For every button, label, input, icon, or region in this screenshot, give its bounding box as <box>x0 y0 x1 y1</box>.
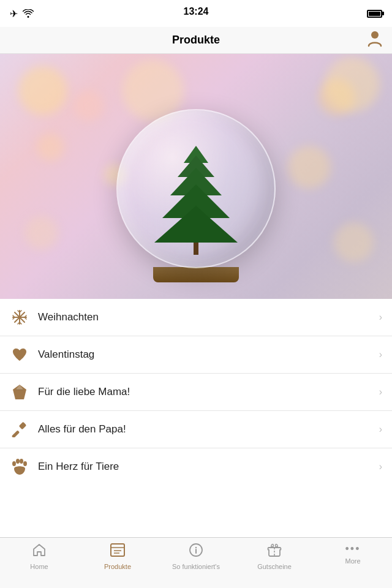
chevron-right-icon: › <box>379 461 382 472</box>
list-item[interactable]: Alles für den Papa! › <box>0 411 392 448</box>
svg-point-28 <box>195 547 197 548</box>
tab-info-label: So funktioniert's <box>172 563 220 570</box>
status-right <box>367 10 382 18</box>
home-icon <box>32 543 47 561</box>
tab-home-label: Home <box>30 563 48 570</box>
svg-point-20 <box>20 459 23 464</box>
svg-point-19 <box>16 459 20 464</box>
hero-image <box>0 54 392 299</box>
tab-info[interactable]: So funktioniert's <box>157 543 235 570</box>
category-list: Weihnachten › Valentinstag › Für die lie… <box>0 299 392 485</box>
info-icon <box>189 543 203 561</box>
chevron-right-icon: › <box>379 349 382 360</box>
produkte-icon <box>110 543 126 561</box>
chevron-right-icon: › <box>379 424 382 435</box>
wifi-icon <box>23 9 34 18</box>
list-item[interactable]: Weihnachten › <box>0 299 392 336</box>
tab-more[interactable]: ••• More <box>314 543 392 565</box>
page-title: Produkte <box>172 34 220 47</box>
chevron-right-icon: › <box>379 312 382 323</box>
hammer-icon <box>10 420 29 439</box>
svg-rect-22 <box>111 544 124 556</box>
list-item[interactable]: Valentinstag › <box>0 336 392 374</box>
snowflake-icon <box>10 307 29 327</box>
status-left: ✈ <box>10 8 34 20</box>
list-item[interactable]: Ein Herz für Tiere › <box>0 448 392 485</box>
nav-bar: Produkte <box>0 27 392 54</box>
tab-more-label: More <box>345 557 360 565</box>
tab-home[interactable]: Home <box>0 543 78 570</box>
profile-icon[interactable] <box>368 30 382 51</box>
diamond-icon <box>10 382 29 402</box>
airplane-icon: ✈ <box>10 8 18 20</box>
tab-gutscheine-label: Gutscheine <box>257 563 292 570</box>
svg-rect-16 <box>19 422 27 430</box>
list-item-label: Weihnachten <box>38 311 379 323</box>
list-item-label: Ein Herz für Tiere <box>38 461 379 473</box>
svg-rect-17 <box>12 430 20 437</box>
more-icon: ••• <box>345 543 361 556</box>
list-item-label: Valentinstag <box>38 349 379 361</box>
heart-icon <box>10 345 29 364</box>
list-item[interactable]: Für die liebe Mama! › <box>0 374 392 411</box>
status-bar: ✈ 13:24 <box>0 0 392 27</box>
tab-produkte[interactable]: Produkte <box>78 543 157 570</box>
svg-point-0 <box>371 31 379 39</box>
status-time: 13:24 <box>184 6 209 17</box>
gutscheine-icon <box>266 543 282 561</box>
snow-globe <box>116 109 276 281</box>
paw-icon <box>10 457 29 477</box>
battery-icon <box>367 10 382 18</box>
tab-gutscheine[interactable]: Gutscheine <box>235 543 314 570</box>
chevron-right-icon: › <box>379 386 382 398</box>
svg-point-18 <box>12 461 16 466</box>
tab-bar: Home Produkte So funktioniert's <box>0 537 392 588</box>
tab-produkte-label: Produkte <box>104 563 131 570</box>
list-item-label: Für die liebe Mama! <box>38 386 379 398</box>
list-item-label: Alles für den Papa! <box>38 423 379 435</box>
svg-point-21 <box>23 461 27 466</box>
